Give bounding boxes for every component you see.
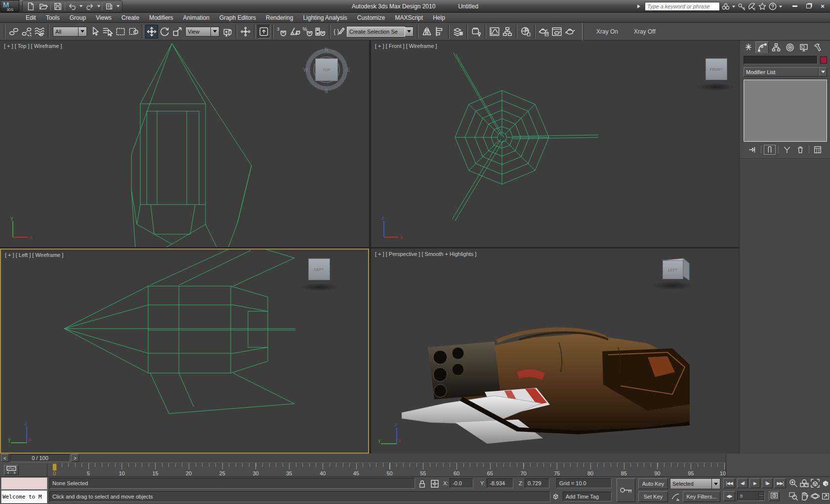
modifier-list-dropdown[interactable]: Modifier List <box>744 67 827 77</box>
viewport-perspective-label[interactable]: [ + ] [ Perspective ] [ Smooth + Highlig… <box>375 251 476 257</box>
key-filters-button[interactable]: Key Filters... <box>683 491 720 502</box>
favorites-button[interactable] <box>758 2 767 10</box>
open-mini-curve-editor-button[interactable] <box>4 465 19 475</box>
menu-item[interactable]: Create <box>117 13 144 22</box>
select-by-name-button[interactable] <box>101 25 114 39</box>
search-options-arrow[interactable] <box>732 5 735 7</box>
viewport-left-active[interactable]: [ + ] [ Left ] [ Wireframe ] LEFT z y x <box>0 249 369 454</box>
menu-item[interactable]: Customize <box>352 13 390 22</box>
next-key-button[interactable]: > <box>71 454 79 462</box>
xray-on-button[interactable]: Xray On <box>590 26 624 38</box>
frame-spinner[interactable] <box>758 492 764 501</box>
time-slider-handle[interactable] <box>52 463 57 471</box>
pan-view-button[interactable] <box>799 491 809 501</box>
rectangular-selection-region-button[interactable] <box>114 25 127 39</box>
current-frame-field[interactable]: 0 <box>737 491 765 501</box>
selection-lock-toggle[interactable] <box>417 479 426 489</box>
close-button[interactable]: × <box>818 2 827 10</box>
viewport-perspective[interactable]: [ + ] [ Perspective ] [ Smooth + Highlig… <box>371 249 739 454</box>
tab-motion[interactable] <box>783 42 796 53</box>
viewcube-perspective-face[interactable]: LEFT <box>663 260 683 279</box>
application-menu-button[interactable]: M 3DS <box>0 0 19 12</box>
select-and-manipulate-button[interactable] <box>239 25 252 39</box>
viewcube-front[interactable]: FRONT <box>695 49 739 96</box>
named-selection-sets-arrow[interactable] <box>405 27 414 37</box>
viewcube-top[interactable]: N S W E TOP <box>302 45 352 95</box>
tab-display[interactable] <box>797 42 810 53</box>
previous-key-button[interactable]: < <box>1 454 9 462</box>
maximize-viewport-toggle[interactable] <box>821 491 830 501</box>
object-name-field[interactable] <box>744 56 818 64</box>
orbit-button[interactable] <box>810 491 820 501</box>
bind-to-space-warp-button[interactable] <box>33 25 46 39</box>
reference-coordinate-arrow[interactable] <box>211 27 219 37</box>
selection-filter-dropdown[interactable]: All <box>53 27 87 37</box>
search-button[interactable] <box>721 2 730 10</box>
zoom-region-button[interactable] <box>788 491 798 501</box>
viewport-front[interactable]: [ + ] [ Front ] [ Wireframe ] FRONT z x <box>371 41 739 247</box>
use-pivot-point-center-button[interactable] <box>221 25 234 39</box>
menu-item[interactable]: Views <box>91 13 117 22</box>
align-button[interactable] <box>433 25 446 39</box>
render-setup-button[interactable] <box>538 25 550 39</box>
play-animation-button[interactable]: ▶ <box>749 478 760 488</box>
viewport-left-label[interactable]: [ + ] [ Left ] [ Wireframe ] <box>5 252 63 258</box>
menu-item[interactable]: Tools <box>41 13 65 22</box>
search-history-button[interactable] <box>634 2 643 10</box>
render-production-button[interactable] <box>563 25 576 39</box>
key-selection-dropdown[interactable]: Selected <box>670 478 720 489</box>
viewcube-top-face[interactable]: TOP <box>315 58 338 81</box>
named-selection-sets-dropdown[interactable]: Create Selection Se <box>347 27 414 37</box>
help-button[interactable] <box>768 2 777 10</box>
viewcube-left[interactable]: LEFT <box>297 251 342 297</box>
show-end-result-button[interactable] <box>764 145 776 155</box>
auto-key-indicator-button[interactable] <box>617 478 635 502</box>
viewport-front-label[interactable]: [ + ] [ Front ] [ Wireframe ] <box>375 43 437 49</box>
xray-off-button[interactable]: Xray Off <box>628 26 662 38</box>
curve-editor-button[interactable] <box>488 25 501 39</box>
unlink-selection-button[interactable] <box>20 25 33 39</box>
communication-center-button[interactable] <box>747 2 756 10</box>
tab-create[interactable] <box>742 42 755 53</box>
modifier-stack-list[interactable] <box>744 80 827 142</box>
project-toolbar-button[interactable] <box>103 1 115 11</box>
viewport-top[interactable]: [ + ] [ Top ] [ Wireframe ] N S W E TOP … <box>0 41 369 247</box>
manage-layers-button[interactable] <box>452 25 464 39</box>
subscription-center-button[interactable] <box>737 2 746 10</box>
select-and-rotate-button[interactable] <box>158 25 171 39</box>
tab-hierarchy[interactable] <box>769 42 783 53</box>
snaps-toggle-3d[interactable]: 3 <box>276 25 289 39</box>
schematic-view-button[interactable] <box>501 25 514 39</box>
viewcube-left-face[interactable]: LEFT <box>308 258 330 280</box>
rendered-frame-window-button[interactable] <box>550 25 563 39</box>
menu-item[interactable]: Lighting Analysis <box>298 13 352 22</box>
open-file-button[interactable] <box>38 1 49 11</box>
menu-item[interactable]: Edit <box>21 13 41 22</box>
pin-stack-button[interactable] <box>747 145 758 155</box>
redo-dropdown-arrow[interactable] <box>97 5 100 7</box>
configure-modifier-sets-button[interactable] <box>812 145 824 155</box>
object-color-swatch[interactable] <box>820 56 827 64</box>
keyboard-shortcut-override-toggle[interactable] <box>257 25 270 39</box>
save-file-button[interactable] <box>52 1 64 11</box>
go-to-end-button[interactable]: ▶▶| <box>774 478 786 488</box>
absolute-offset-mode-toggle[interactable] <box>429 479 441 489</box>
auto-key-button[interactable]: Auto Key <box>638 478 668 489</box>
toolbar-overflow-arrow[interactable] <box>117 5 120 7</box>
go-to-start-button[interactable]: |◀◀ <box>723 478 735 488</box>
isolate-selection-button[interactable] <box>550 492 560 502</box>
search-input[interactable] <box>645 2 720 11</box>
maxscript-mini-listener[interactable]: Welcome to M <box>1 490 47 504</box>
viewport-top-label[interactable]: [ + ] [ Top ] [ Wireframe ] <box>4 43 62 49</box>
select-and-scale-button[interactable] <box>171 25 184 39</box>
set-key-button[interactable]: Set Key <box>638 491 668 502</box>
reference-coordinate-dropdown[interactable]: View <box>185 27 219 37</box>
menu-item[interactable]: Rendering <box>261 13 298 22</box>
zoom-extents-all-button[interactable] <box>821 478 830 488</box>
next-frame-button[interactable]: ‖▶ <box>762 478 773 488</box>
maxscript-mini-listener-macro[interactable] <box>1 477 47 490</box>
time-configuration-button[interactable] <box>769 491 780 501</box>
z-coordinate-field[interactable]: 0.729 <box>525 478 549 488</box>
remove-modifier-button[interactable] <box>794 145 806 155</box>
tab-modify[interactable] <box>755 42 769 53</box>
